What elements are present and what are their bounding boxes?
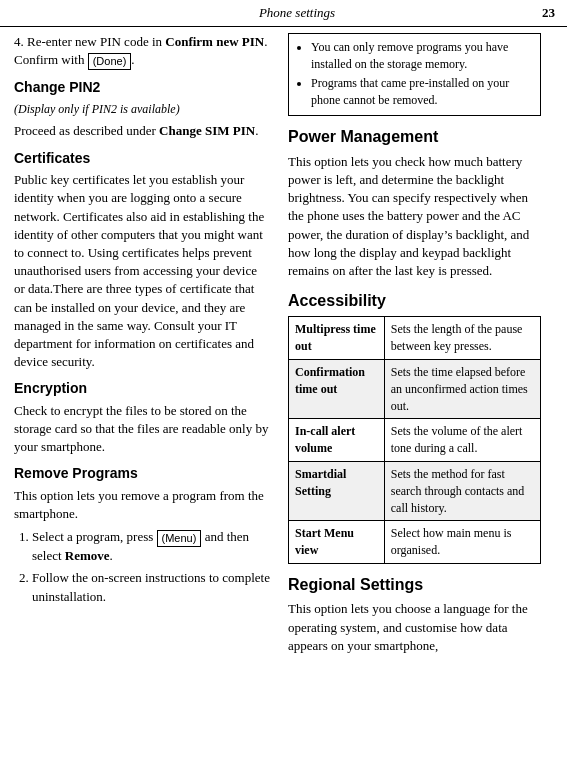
table-cell-label: Multipress time out: [289, 317, 385, 360]
encryption-body: Check to encrypt the files to be stored …: [14, 402, 270, 457]
regional-settings-body: This option lets you choose a language f…: [288, 600, 541, 655]
table-row: Start Menu viewSelect how main menu is o…: [289, 521, 541, 564]
page-number: 23: [542, 4, 555, 22]
step4-text-before: 4. Re-enter new PIN code in Confirm new …: [14, 34, 267, 67]
power-management-heading: Power Management: [288, 126, 541, 148]
table-cell-value: Sets the time elapsed before an unconfir…: [384, 360, 540, 419]
info-box-item-1: You can only remove programs you have in…: [311, 39, 532, 73]
page-title: Phone settings: [52, 4, 542, 22]
change-pin2-subheading: (Display only if PIN2 is available): [14, 101, 270, 118]
table-cell-label: Smartdial Setting: [289, 462, 385, 521]
menu-button: (Menu): [157, 530, 202, 547]
table-row: In-call alert volumeSets the volume of t…: [289, 419, 541, 462]
table-cell-label: Start Menu view: [289, 521, 385, 564]
step-4: 4. Re-enter new PIN code in Confirm new …: [14, 33, 270, 70]
table-cell-label: In-call alert volume: [289, 419, 385, 462]
change-pin2-body: Proceed as described under Change SIM PI…: [14, 122, 270, 140]
remove-programs-steps: Select a program, press (Menu) and then …: [14, 528, 270, 605]
change-pin2-heading: Change PIN2: [14, 78, 270, 98]
table-row: Multipress time outSets the length of th…: [289, 317, 541, 360]
table-cell-value: Sets the length of the pause between key…: [384, 317, 540, 360]
power-management-body: This option lets you check how much batt…: [288, 153, 541, 280]
accessibility-table: Multipress time outSets the length of th…: [288, 316, 541, 564]
table-cell-value: Sets the volume of the alert tone during…: [384, 419, 540, 462]
certificates-body: Public key certificates let you establis…: [14, 171, 270, 371]
page-header: Phone settings 23: [0, 0, 567, 27]
table-cell-value: Select how main menu is organised.: [384, 521, 540, 564]
remove-programs-body: This option lets you remove a program fr…: [14, 487, 270, 523]
table-cell-value: Sets the method for fast search through …: [384, 462, 540, 521]
certificates-heading: Certificates: [14, 149, 270, 169]
accessibility-heading: Accessibility: [288, 290, 541, 312]
table-row: Smartdial SettingSets the method for fas…: [289, 462, 541, 521]
regional-settings-heading: Regional Settings: [288, 574, 541, 596]
step-1: Select a program, press (Menu) and then …: [32, 528, 270, 565]
encryption-heading: Encryption: [14, 379, 270, 399]
step4-done-button: (Done): [88, 53, 132, 70]
table-cell-label: Confirmation time out: [289, 360, 385, 419]
right-column: You can only remove programs you have in…: [280, 33, 553, 670]
left-column: 4. Re-enter new PIN code in Confirm new …: [0, 33, 280, 670]
info-box-list: You can only remove programs you have in…: [297, 39, 532, 108]
table-row: Confirmation time outSets the time elaps…: [289, 360, 541, 419]
remove-programs-heading: Remove Programs: [14, 464, 270, 484]
step-2: Follow the on-screen instructions to com…: [32, 569, 270, 605]
info-box-item-2: Programs that came pre-installed on your…: [311, 75, 532, 109]
info-box: You can only remove programs you have in…: [288, 33, 541, 116]
